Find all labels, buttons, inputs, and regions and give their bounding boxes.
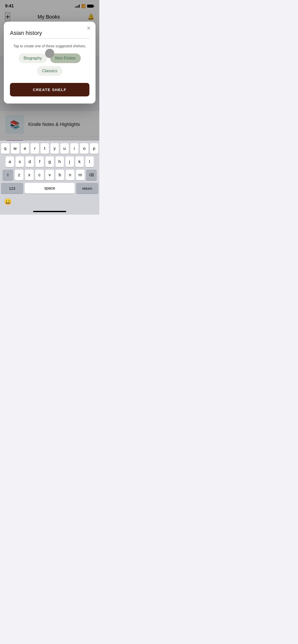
keyboard-row-2: a s d f g h j k l	[1, 156, 98, 167]
key-n[interactable]: n	[66, 170, 74, 180]
shelf-name-input[interactable]	[10, 30, 89, 39]
key-y[interactable]: y	[50, 143, 59, 154]
key-k[interactable]: k	[75, 156, 84, 167]
shift-key[interactable]: ⇧	[3, 170, 13, 180]
key-w[interactable]: w	[11, 143, 19, 154]
key-p[interactable]: p	[90, 143, 98, 154]
suggestion-text: Tap to create one of these suggested she…	[10, 44, 89, 49]
shelf-name-input-area[interactable]	[10, 30, 89, 39]
key-r[interactable]: r	[31, 143, 39, 154]
key-m[interactable]: m	[76, 170, 85, 180]
home-indicator	[33, 211, 66, 212]
key-u[interactable]: u	[60, 143, 69, 154]
key-l[interactable]: l	[85, 156, 94, 167]
key-q[interactable]: q	[1, 143, 9, 154]
key-s[interactable]: s	[16, 156, 24, 167]
key-t[interactable]: t	[40, 143, 49, 154]
key-b[interactable]: b	[56, 170, 64, 180]
keyboard: q w e r t y u i o p a s d f g h j k l ⇧ …	[0, 141, 99, 215]
key-g[interactable]: g	[45, 156, 54, 167]
chip-biography[interactable]: Biography	[19, 53, 47, 63]
create-shelf-modal: ✕ Tap to create one of these suggested s…	[4, 22, 96, 104]
key-c[interactable]: c	[35, 170, 44, 180]
key-h[interactable]: h	[56, 156, 64, 167]
key-i[interactable]: i	[70, 143, 79, 154]
key-x[interactable]: x	[25, 170, 34, 180]
numbers-key[interactable]: 123	[1, 183, 23, 194]
return-key[interactable]: return	[76, 183, 98, 194]
suggested-shelves-chips: Biography Non Fiction Classics	[10, 53, 89, 76]
key-a[interactable]: a	[6, 156, 14, 167]
key-d[interactable]: d	[25, 156, 34, 167]
chip-non-fiction[interactable]: Non Fiction	[50, 53, 81, 63]
key-v[interactable]: v	[45, 170, 54, 180]
key-f[interactable]: f	[35, 156, 44, 167]
emoji-button[interactable]: 😀	[3, 197, 13, 206]
keyboard-bottom-bar: 😀	[1, 196, 98, 209]
key-z[interactable]: z	[15, 170, 23, 180]
delete-key[interactable]: ⌫	[86, 170, 97, 180]
key-o[interactable]: o	[80, 143, 88, 154]
key-e[interactable]: e	[21, 143, 29, 154]
keyboard-row-1: q w e r t y u i o p	[1, 143, 98, 154]
close-button[interactable]: ✕	[87, 26, 91, 31]
drag-handle	[45, 49, 54, 58]
keyboard-row-4: 123 space return	[1, 183, 98, 194]
create-shelf-button[interactable]: CREATE SHELF	[10, 83, 89, 96]
chip-classics[interactable]: Classics	[37, 66, 62, 76]
keyboard-row-3: ⇧ z x c v b n m ⌫	[1, 170, 98, 180]
space-key[interactable]: space	[25, 183, 75, 194]
key-j[interactable]: j	[65, 156, 74, 167]
